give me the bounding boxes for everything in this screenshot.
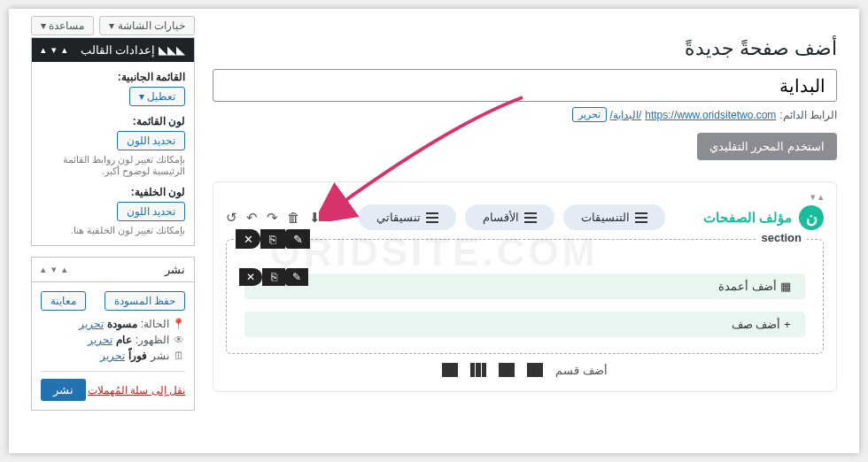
side-menu-select[interactable]: تعطيل ▾ (129, 87, 185, 106)
page-heading: أضف صفحةً جديدةً (213, 37, 837, 60)
publish-button[interactable]: نشر (41, 379, 86, 401)
sections-icon (524, 212, 537, 223)
menu-color-help: بإمكانك تغيير لون روابط القائمة الرئيسية… (41, 154, 185, 177)
bg-color-button[interactable]: تحديد اللون (117, 202, 185, 221)
help-button[interactable]: مساعدة ▾ (31, 16, 94, 35)
export-icon[interactable]: ⬇ (309, 210, 321, 226)
builder-logo-icon: ن (799, 205, 824, 230)
theme-settings-title: ◣◣◣ إعدادات القالب (81, 43, 185, 57)
edit-visibility-link[interactable]: تحرير (88, 334, 112, 346)
publish-title: نشر (165, 263, 185, 276)
builder-collapse-controls[interactable]: ▴ ▾ (226, 191, 824, 203)
eye-icon: 👁 (173, 334, 185, 346)
use-classic-editor-button[interactable]: استخدم المحرر التقليدي (697, 133, 837, 160)
add-row-button[interactable]: + أضف صف (244, 312, 804, 337)
section-label: section (756, 231, 807, 244)
publish-down-icon[interactable]: ▾ (51, 264, 57, 275)
menu-color-button[interactable]: تحديد اللون (117, 131, 185, 150)
tab-layouts[interactable]: التنسيقات (563, 204, 665, 230)
layout-two-col-icon[interactable] (499, 363, 515, 377)
section-delete-button[interactable]: ✕ (236, 229, 260, 249)
add-columns-button[interactable]: ▦ أضف أعمدة (244, 273, 804, 299)
theme-settings-metabox: ◣◣◣ إعدادات القالب ▴▾▴ القائمة الجانبية:… (31, 37, 195, 246)
page-builder: ▴ ▾ ن مؤلف الصفحات التنسيقات الأقسام تنس… (213, 181, 837, 392)
layout-download-icon[interactable] (442, 363, 458, 377)
publish-metabox: نشر ▴▾▴ حفظ المسودة معاينة 📍الحالة: مسود… (31, 257, 195, 411)
metabox-up-icon[interactable]: ▴ (62, 44, 67, 56)
tab-my-layouts[interactable]: تنسيقاتي (359, 204, 456, 230)
edit-schedule-link[interactable]: تحرير (100, 350, 125, 362)
calendar-icon: 🗓 (173, 350, 185, 362)
screen-options-button[interactable]: خيارات الشاشة ▾ (99, 16, 195, 35)
add-section-label: أضف قسم (555, 364, 608, 377)
metabox-down-icon[interactable]: ▾ (51, 44, 57, 56)
builder-brand-label: مؤلف الصفحات (703, 210, 792, 226)
layout-one-col-icon[interactable] (527, 363, 543, 377)
layouts-icon (635, 212, 647, 223)
move-to-trash-link[interactable]: نقل إلى سلة المُهملات (88, 384, 185, 397)
side-menu-label: القائمة الجانبية: (41, 71, 185, 83)
permalink-base[interactable]: https://www.oridsitetwo.com (645, 109, 776, 121)
trash-icon[interactable]: 🗑 (287, 210, 300, 225)
save-draft-button[interactable]: حفظ المسودة (105, 291, 185, 311)
layout-three-col-icon[interactable] (470, 363, 486, 377)
builder-section: section ✎ ⎘ ✕ ✎ ⎘ ✕ ▦ أضف أعمدة (226, 239, 824, 354)
pin-icon: 📍 (173, 318, 185, 330)
permalink-slug[interactable]: /البداية/ (610, 109, 642, 121)
metabox-toggle-icon[interactable]: ▴ (41, 44, 46, 56)
menu-color-label: لون القائمة: (41, 115, 185, 127)
my-layouts-icon (426, 212, 438, 223)
undo-icon[interactable]: ↶ (246, 210, 258, 226)
permalink-edit-button[interactable]: تحرير (572, 107, 607, 122)
permalink-label: الرابط الدائم: (779, 109, 837, 121)
preview-button[interactable]: معاينة (41, 291, 86, 311)
tab-sections[interactable]: الأقسام (465, 204, 554, 230)
bg-color-label: لون الخلفية: (41, 186, 185, 198)
bg-color-help: بإمكانك تغيير لون الخلفية هنا. (41, 225, 185, 236)
section-duplicate-button[interactable]: ⎘ (260, 229, 285, 249)
publish-up-icon[interactable]: ▴ (62, 264, 67, 275)
edit-status-link[interactable]: تحرير (79, 318, 104, 330)
section-edit-button[interactable]: ✎ (285, 229, 310, 249)
history-icon[interactable]: ↺ (226, 210, 237, 226)
row-edit-button[interactable]: ✎ (285, 268, 308, 286)
page-title-input[interactable] (213, 69, 837, 102)
publish-toggle-icon[interactable]: ▴ (41, 264, 46, 275)
row-duplicate-button[interactable]: ⎘ (262, 268, 285, 286)
redo-icon[interactable]: ↷ (267, 210, 278, 226)
row-delete-button[interactable]: ✕ (239, 268, 262, 286)
